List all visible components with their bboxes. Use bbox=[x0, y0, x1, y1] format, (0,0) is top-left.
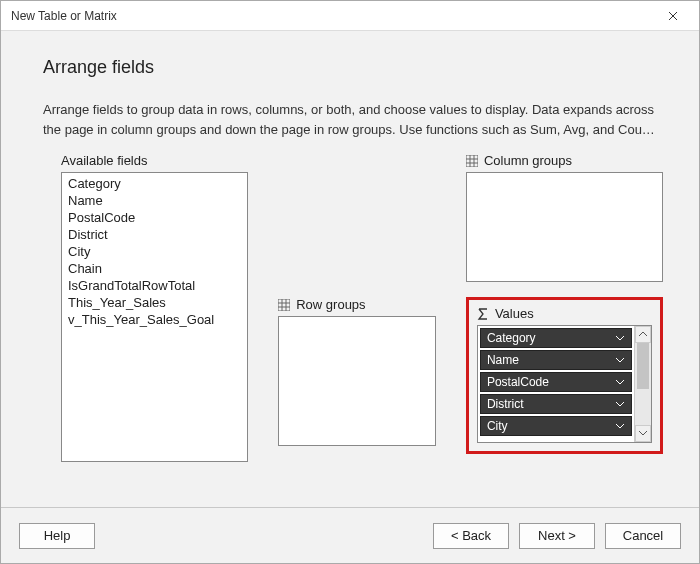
value-row-label: City bbox=[487, 419, 613, 433]
dialog-body: Arrange fields Arrange fields to group d… bbox=[1, 31, 699, 507]
sigma-icon bbox=[477, 308, 489, 320]
page-title: Arrange fields bbox=[43, 57, 663, 78]
value-row[interactable]: Name bbox=[480, 350, 632, 370]
svg-rect-2 bbox=[278, 299, 290, 311]
row-groups-label-text: Row groups bbox=[296, 297, 365, 312]
chevron-down-icon bbox=[616, 402, 624, 407]
list-item[interactable]: City bbox=[62, 243, 247, 260]
value-row-label: Name bbox=[487, 353, 613, 367]
list-item[interactable]: District bbox=[62, 226, 247, 243]
values-list[interactable]: Category Name bbox=[477, 325, 652, 443]
scroll-track[interactable] bbox=[635, 343, 651, 425]
row-groups-box[interactable] bbox=[278, 316, 436, 446]
value-row-label: District bbox=[487, 397, 613, 411]
values-label: Values bbox=[477, 306, 652, 321]
cancel-button[interactable]: Cancel bbox=[605, 523, 681, 549]
scroll-thumb[interactable] bbox=[637, 343, 649, 389]
value-row[interactable]: City bbox=[480, 416, 632, 436]
list-item[interactable]: Name bbox=[62, 192, 247, 209]
page-description: Arrange fields to group data in rows, co… bbox=[37, 100, 663, 139]
column-groups-label-text: Column groups bbox=[484, 153, 572, 168]
scroll-down-button[interactable] bbox=[635, 425, 651, 442]
next-button[interactable]: Next > bbox=[519, 523, 595, 549]
value-row-label: Category bbox=[487, 331, 613, 345]
close-icon bbox=[668, 11, 678, 21]
value-row-dropdown[interactable] bbox=[613, 336, 627, 341]
close-button[interactable] bbox=[655, 2, 691, 30]
window-title: New Table or Matrix bbox=[11, 9, 117, 23]
chevron-up-icon bbox=[639, 332, 647, 337]
available-fields-list[interactable]: Category Name PostalCode District City C… bbox=[61, 172, 248, 462]
dialog-window: New Table or Matrix Arrange fields Arran… bbox=[0, 0, 700, 564]
chevron-down-icon bbox=[616, 424, 624, 429]
chevron-down-icon bbox=[616, 358, 624, 363]
back-button[interactable]: < Back bbox=[433, 523, 509, 549]
values-scrollbar[interactable] bbox=[634, 326, 651, 442]
list-item[interactable]: PostalCode bbox=[62, 209, 247, 226]
chevron-down-icon bbox=[616, 336, 624, 341]
chevron-down-icon bbox=[616, 380, 624, 385]
column-groups-box[interactable] bbox=[466, 172, 663, 282]
svg-rect-7 bbox=[466, 155, 478, 167]
row-groups-label: Row groups bbox=[278, 297, 436, 312]
list-item[interactable]: Chain bbox=[62, 260, 247, 277]
values-label-text: Values bbox=[495, 306, 534, 321]
chevron-down-icon bbox=[639, 431, 647, 436]
available-fields-label: Available fields bbox=[61, 153, 248, 168]
value-row-dropdown[interactable] bbox=[613, 380, 627, 385]
list-item[interactable]: Category bbox=[62, 175, 247, 192]
titlebar: New Table or Matrix bbox=[1, 1, 699, 31]
value-row-dropdown[interactable] bbox=[613, 402, 627, 407]
value-row-dropdown[interactable] bbox=[613, 424, 627, 429]
scroll-up-button[interactable] bbox=[635, 326, 651, 343]
table-icon bbox=[466, 155, 478, 167]
value-row[interactable]: Category bbox=[480, 328, 632, 348]
list-item[interactable]: v_This_Year_Sales_Goal bbox=[62, 311, 247, 328]
value-row-label: PostalCode bbox=[487, 375, 613, 389]
help-button[interactable]: Help bbox=[19, 523, 95, 549]
dialog-footer: Help < Back Next > Cancel bbox=[1, 507, 699, 563]
column-groups-label: Column groups bbox=[466, 153, 663, 168]
list-item[interactable]: This_Year_Sales bbox=[62, 294, 247, 311]
value-row[interactable]: PostalCode bbox=[480, 372, 632, 392]
table-icon bbox=[278, 299, 290, 311]
value-row-dropdown[interactable] bbox=[613, 358, 627, 363]
value-row[interactable]: District bbox=[480, 394, 632, 414]
list-item[interactable]: IsGrandTotalRowTotal bbox=[62, 277, 247, 294]
values-highlight: Values Category bbox=[466, 297, 663, 454]
